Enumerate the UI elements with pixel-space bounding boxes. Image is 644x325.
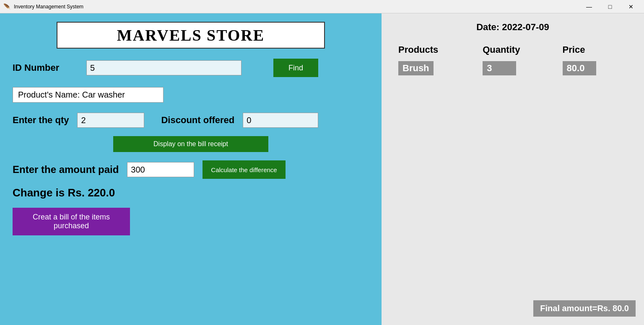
- right-panel: Date: 2022-07-09 Products Quantity Price…: [382, 13, 644, 325]
- store-title: MARVELS STORE: [57, 22, 325, 49]
- minimize-button[interactable]: —: [579, 0, 599, 13]
- amount-label: Enter the amount paid: [13, 164, 119, 175]
- col-products: Products: [394, 41, 478, 59]
- amount-input[interactable]: [127, 162, 194, 177]
- display-bill-button[interactable]: Display on the bill receipt: [113, 136, 268, 152]
- receipt-table: Products Quantity Price Brush 3 80.0: [394, 41, 631, 78]
- cell-product: Brush: [394, 59, 478, 78]
- calc-difference-button[interactable]: Calculate the difference: [203, 160, 285, 179]
- col-quantity: Quantity: [478, 41, 558, 59]
- amount-row: Enter the amount paid Calculate the diff…: [13, 160, 369, 179]
- id-input[interactable]: [86, 60, 242, 75]
- app-icon: 🪶: [3, 3, 10, 10]
- find-button[interactable]: Find: [273, 59, 318, 77]
- cell-price: 80.0: [558, 59, 631, 78]
- quantity-value: 3: [483, 61, 516, 75]
- close-button[interactable]: ✕: [621, 0, 641, 13]
- col-price: Price: [558, 41, 631, 59]
- discount-label: Discount offered: [161, 115, 234, 126]
- create-bill-button[interactable]: Creat a bill of the items purchased: [13, 208, 130, 235]
- title-bar-left: 🪶 Inventory Management System: [3, 3, 83, 10]
- change-display: Change is Rs. 220.0: [13, 186, 369, 199]
- product-value: Brush: [398, 61, 434, 75]
- discount-input[interactable]: [243, 113, 318, 128]
- title-bar-controls: — □ ✕: [579, 0, 641, 13]
- table-row: Brush 3 80.0: [394, 59, 631, 78]
- product-name-display: Product's Name: Car washer: [13, 87, 164, 103]
- qty-input[interactable]: [77, 113, 144, 128]
- cell-quantity: 3: [478, 59, 558, 78]
- left-panel: MARVELS STORE ID Number Find Product's N…: [0, 13, 382, 325]
- maximize-button[interactable]: □: [600, 0, 620, 13]
- final-amount-display: Final amount=Rs. 80.0: [533, 300, 636, 317]
- price-value: 80.0: [563, 61, 596, 75]
- qty-discount-row: Enter the qty Discount offered: [13, 113, 369, 128]
- qty-label: Enter the qty: [13, 115, 69, 126]
- title-bar: 🪶 Inventory Management System — □ ✕: [0, 0, 644, 13]
- date-display: Date: 2022-07-09: [394, 22, 631, 33]
- id-label: ID Number: [13, 62, 80, 73]
- app-title: Inventory Management System: [14, 4, 83, 10]
- id-row: ID Number Find: [13, 59, 369, 77]
- main-content: MARVELS STORE ID Number Find Product's N…: [0, 13, 644, 325]
